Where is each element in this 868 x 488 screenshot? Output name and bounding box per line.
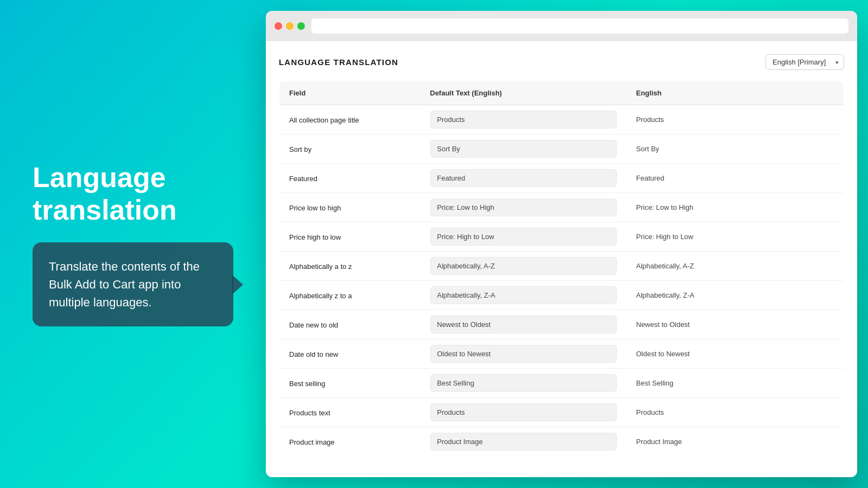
- table-row: Products text: [279, 398, 844, 427]
- address-bar[interactable]: [311, 18, 848, 34]
- default-text-cell[interactable]: [420, 310, 627, 339]
- english-cell[interactable]: [627, 193, 844, 222]
- table-header-row: Field Default Text (English) English: [279, 81, 844, 105]
- english-input[interactable]: [636, 375, 834, 391]
- field-cell: Price low to high: [279, 193, 420, 222]
- default-text-input[interactable]: [430, 257, 617, 275]
- field-cell: Best selling: [279, 369, 420, 398]
- default-text-input[interactable]: [430, 286, 617, 304]
- default-text-cell[interactable]: [420, 193, 627, 222]
- left-panel: Language translation Translate the conte…: [0, 140, 266, 349]
- default-text-cell[interactable]: [420, 427, 627, 457]
- english-cell[interactable]: [627, 281, 844, 310]
- default-text-input[interactable]: [430, 345, 617, 363]
- english-input[interactable]: [636, 316, 834, 333]
- maximize-dot[interactable]: [297, 22, 305, 30]
- default-text-input[interactable]: [430, 111, 617, 129]
- table-row: Alphabetically z to a: [279, 281, 844, 310]
- table-row: Price high to low: [279, 222, 844, 252]
- default-text-cell[interactable]: [420, 222, 627, 252]
- english-cell[interactable]: [627, 252, 844, 281]
- default-text-cell[interactable]: [420, 281, 627, 310]
- english-input[interactable]: [636, 228, 834, 245]
- english-input[interactable]: [636, 140, 834, 157]
- field-label: Featured: [289, 175, 317, 183]
- default-text-input[interactable]: [430, 433, 617, 451]
- default-text-cell[interactable]: [420, 398, 627, 427]
- english-input[interactable]: [636, 258, 834, 274]
- field-label: Best selling: [289, 380, 325, 388]
- default-text-cell[interactable]: [420, 252, 627, 281]
- english-cell[interactable]: [627, 164, 844, 193]
- field-cell: Sort by: [279, 134, 420, 164]
- english-input[interactable]: [636, 345, 834, 362]
- browser-chrome: [266, 11, 857, 41]
- field-label: Alphabetically z to a: [289, 292, 352, 300]
- table-row: Date old to new: [279, 339, 844, 369]
- default-text-input[interactable]: [430, 403, 617, 421]
- english-cell[interactable]: [627, 134, 844, 164]
- default-text-cell[interactable]: [420, 105, 627, 134]
- table-row: Price low to high: [279, 193, 844, 222]
- english-cell[interactable]: [627, 398, 844, 427]
- field-label: Alphabetically a to z: [289, 262, 352, 271]
- app-header: LANGUAGE TRANSLATION English [Primary] S…: [279, 54, 844, 70]
- field-label: Date old to new: [289, 350, 338, 358]
- default-text-input[interactable]: [430, 169, 617, 187]
- default-text-input[interactable]: [430, 374, 617, 392]
- field-cell: Date old to new: [279, 339, 420, 369]
- default-text-cell[interactable]: [420, 339, 627, 369]
- table-row: Alphabetically a to z: [279, 252, 844, 281]
- minimize-dot[interactable]: [286, 22, 293, 30]
- default-text-cell[interactable]: [420, 164, 627, 193]
- table-header: Field Default Text (English) English: [279, 81, 844, 105]
- english-cell[interactable]: [627, 105, 844, 134]
- default-text-cell[interactable]: [420, 369, 627, 398]
- field-label: Products text: [289, 409, 330, 417]
- default-text-cell[interactable]: [420, 134, 627, 164]
- default-text-input[interactable]: [430, 228, 617, 246]
- description-text: Translate the contents of the Bulk Add t…: [49, 258, 217, 311]
- field-cell: Product image: [279, 427, 420, 457]
- english-input[interactable]: [636, 170, 834, 187]
- close-dot[interactable]: [275, 22, 282, 30]
- field-cell: Alphabetically z to a: [279, 281, 420, 310]
- default-text-input[interactable]: [430, 140, 617, 158]
- field-label: Product image: [289, 438, 335, 446]
- english-cell[interactable]: [627, 339, 844, 369]
- table-row: Date new to old: [279, 310, 844, 339]
- english-input[interactable]: [636, 287, 834, 304]
- english-input[interactable]: [636, 433, 834, 450]
- english-cell[interactable]: [627, 369, 844, 398]
- field-cell: All collection page title: [279, 105, 420, 134]
- description-box: Translate the contents of the Bulk Add t…: [33, 242, 233, 326]
- field-cell: Products text: [279, 398, 420, 427]
- default-text-input[interactable]: [430, 316, 617, 333]
- english-input[interactable]: [636, 199, 834, 216]
- field-cell: Date new to old: [279, 310, 420, 339]
- field-cell: Alphabetically a to z: [279, 252, 420, 281]
- field-label: Date new to old: [289, 321, 338, 329]
- table-body: All collection page titleSort byFeatured…: [279, 105, 844, 457]
- english-cell[interactable]: [627, 427, 844, 457]
- language-selector-wrapper[interactable]: English [Primary] Spanish French German …: [765, 54, 844, 70]
- field-label: Price high to low: [289, 233, 341, 241]
- app-title: LANGUAGE TRANSLATION: [279, 57, 398, 67]
- english-cell[interactable]: [627, 310, 844, 339]
- field-cell: Featured: [279, 164, 420, 193]
- table-row: Product image: [279, 427, 844, 457]
- english-cell[interactable]: [627, 222, 844, 252]
- table-row: Best selling: [279, 369, 844, 398]
- default-text-input[interactable]: [430, 198, 617, 216]
- field-label: All collection page title: [289, 116, 359, 124]
- col-default-text: Default Text (English): [420, 81, 627, 105]
- traffic-lights: [275, 22, 305, 30]
- english-input[interactable]: [636, 404, 834, 421]
- col-english: English: [627, 81, 844, 105]
- language-select[interactable]: English [Primary] Spanish French German: [765, 54, 844, 70]
- field-label: Sort by: [289, 145, 311, 153]
- english-input[interactable]: [636, 111, 834, 128]
- app-content: LANGUAGE TRANSLATION English [Primary] S…: [266, 41, 857, 477]
- main-heading: Language translation: [33, 162, 233, 227]
- table-row: Sort by: [279, 134, 844, 164]
